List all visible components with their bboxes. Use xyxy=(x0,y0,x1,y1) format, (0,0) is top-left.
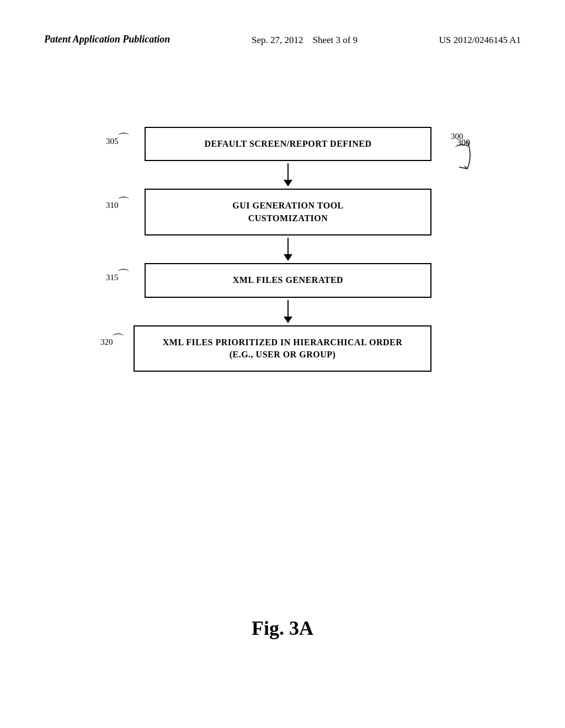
arrow-1 xyxy=(145,161,431,189)
step-320-line1: XML FILES PRIORITIZED IN HIERARCHICAL OR… xyxy=(163,338,402,347)
header-patent-number: US 2012/0246145 A1 xyxy=(439,33,521,47)
arrow-2 xyxy=(145,235,431,263)
step-310-line2: CUSTOMIZATION xyxy=(248,213,328,223)
step-310-container: 310 ⌒ GUI GENERATION TOOL CUSTOMIZATION xyxy=(145,189,431,235)
arrow-head-2 xyxy=(284,254,292,261)
arrow-line-3 xyxy=(287,300,289,317)
ref-300-arc-svg xyxy=(451,138,473,172)
header-publication-label: Patent Application Publication xyxy=(44,33,170,46)
step-320-container: 320 ⌒ XML FILES PRIORITIZED IN HIERARCHI… xyxy=(89,325,431,372)
arrow-line-2 xyxy=(287,238,289,254)
step-310-line1: GUI GENERATION TOOL xyxy=(232,201,344,210)
page: Patent Application Publication Sep. 27, … xyxy=(0,0,565,728)
step-315-text: XML FILES GENERATED xyxy=(233,275,343,285)
arrow-head-1 xyxy=(284,180,292,186)
ref-300-number: 300 xyxy=(451,132,463,141)
step-315-container: 315 ⌒ XML FILES GENERATED xyxy=(145,263,431,297)
header: Patent Application Publication Sep. 27, … xyxy=(0,33,565,47)
header-sheet: Sheet 3 of 9 xyxy=(312,35,358,45)
step-315-box: XML FILES GENERATED xyxy=(145,263,431,297)
step-320-box: XML FILES PRIORITIZED IN HIERARCHICAL OR… xyxy=(134,325,431,372)
ref-300-area: 300 xyxy=(451,131,473,172)
header-date-sheet: Sep. 27, 2012 Sheet 3 of 9 xyxy=(252,33,358,47)
header-date: Sep. 27, 2012 xyxy=(252,35,303,45)
step-310-box: GUI GENERATION TOOL CUSTOMIZATION xyxy=(145,189,431,235)
flowchart: 305 ⌒ DEFAULT SCREEN/REPORT DEFINED 310 … xyxy=(145,127,431,372)
step-305-text: DEFAULT SCREEN/REPORT DEFINED xyxy=(204,139,371,148)
arrow-line-1 xyxy=(287,163,289,180)
step-305-box: DEFAULT SCREEN/REPORT DEFINED xyxy=(145,127,431,161)
figure-caption: Fig. 3A xyxy=(252,617,313,640)
ref-320-bracket: ⌒ xyxy=(111,333,125,346)
arrow-head-3 xyxy=(284,317,292,323)
step-320-line2: (E.G., USER OR GROUP) xyxy=(230,350,336,359)
diagram-area: 300 ⌒ 305 ⌒ DEFAULT SCREEN/REPORT DEFINE… xyxy=(89,127,476,372)
step-305-container: 305 ⌒ DEFAULT SCREEN/REPORT DEFINED xyxy=(145,127,431,161)
ref-315-bracket: ⌒ xyxy=(117,269,130,282)
arrow-3 xyxy=(145,298,431,325)
figure-caption-text: Fig. 3A xyxy=(252,617,313,639)
ref-310-bracket: ⌒ xyxy=(117,196,130,210)
ref-305-bracket: ⌒ xyxy=(117,132,130,146)
